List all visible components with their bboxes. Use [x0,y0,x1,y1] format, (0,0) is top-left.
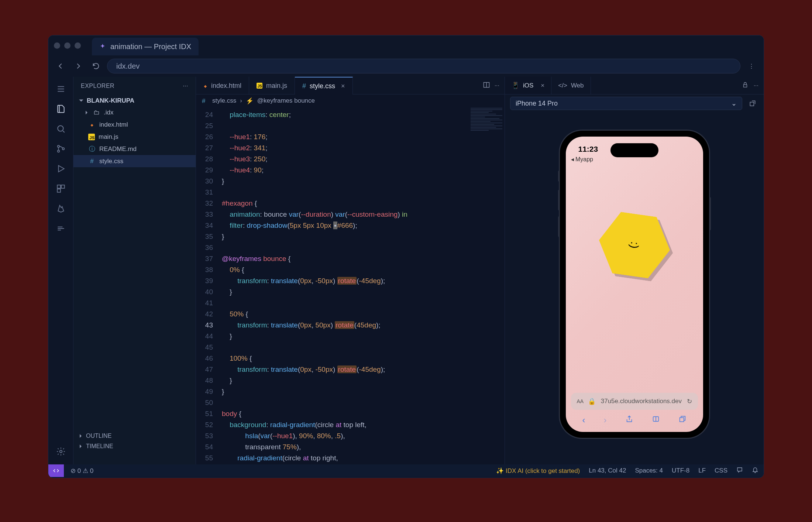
tabs-icon[interactable] [678,415,687,425]
file-label: index.html [99,121,128,128]
sidebar-more-icon[interactable]: ··· [183,83,188,89]
file-index-html[interactable]: ⬥ index.html [73,119,196,131]
editor-area: ⬥ index.html JS main.js # style.css × ··… [196,77,505,464]
traffic-lights[interactable] [54,42,81,49]
phone-icon: 📱 [512,82,519,89]
idx-ai-button[interactable]: ✨ IDX AI (click to get started) [496,467,580,475]
file-style-css[interactable]: # style.css [73,155,196,167]
code-editor[interactable]: 2425262728293031323334353637383940414243… [196,107,505,464]
browser-tab-title: animation — Project IDX [110,42,191,51]
phone-back-label[interactable]: ◂ Myapp [571,156,593,163]
lock-icon: 🔒 [588,398,596,405]
power-button [709,197,711,230]
indentation[interactable]: Spaces: 4 [635,467,663,474]
problems-indicator[interactable]: ⊘ 0 ⚠ 0 [70,467,93,475]
editor-tab-actions: ··· [483,77,505,94]
svg-point-7 [59,450,62,453]
firebase-icon[interactable] [51,199,71,218]
browser-menu-button[interactable]: ⋮ [745,63,758,70]
phone-screen[interactable]: 11:23 ◂ Myapp :) AA 🔒 37u5e.cloudworksta… [566,137,703,432]
encoding[interactable]: UTF-8 [672,467,689,474]
settings-icon[interactable] [51,442,71,461]
close-dot[interactable] [54,42,60,49]
css-icon: # [202,97,209,104]
search-icon[interactable] [51,120,71,138]
breadcrumb-symbol: @keyframes bounce [257,97,315,104]
sidebar-header: EXPLORER ··· [73,77,196,95]
breadcrumb[interactable]: # style.css › ⚡ @keyframes bounce [196,95,505,107]
file-idx-folder[interactable]: 🗀 .idx [73,106,196,119]
svg-point-1 [57,145,59,147]
lock-icon[interactable] [742,82,749,90]
project-name: BLANK-KIRUPA [87,97,134,104]
split-editor-icon[interactable] [483,81,490,90]
tab-label: iOS [523,82,533,89]
remote-indicator[interactable] [48,464,64,477]
bookmarks-icon[interactable] [652,415,660,425]
idx-icon[interactable] [51,219,71,238]
preview-tab-web[interactable]: </> Web [551,77,591,94]
sidebar-title: EXPLORER [81,83,114,89]
forward-button[interactable] [72,59,85,73]
cursor-position[interactable]: Ln 43, Col 42 [589,467,626,474]
status-right: ✨ IDX AI (click to get started) Ln 43, C… [496,467,758,475]
tab-style-css[interactable]: # style.css × [295,77,353,95]
text-size-icon[interactable]: AA [577,398,584,404]
tab-label: index.html [211,82,241,90]
share-icon[interactable] [625,415,633,425]
tab-label: main.js [266,82,287,90]
sidebar: EXPLORER ··· BLANK-KIRUPA 🗀 .idx ⬥ index… [73,77,196,464]
feedback-icon[interactable] [736,467,743,475]
reload-button[interactable] [89,59,103,73]
preview-tab-actions: ··· [742,77,764,94]
back-button[interactable] [54,59,67,73]
preview-tabs: 📱 iOS × </> Web ··· [505,77,764,95]
dynamic-island [610,143,658,157]
status-left: ⊘ 0 ⚠ 0 [54,464,93,477]
minimap[interactable] [468,107,505,181]
tab-index-html[interactable]: ⬥ index.html [196,77,249,95]
outline-section[interactable]: OUTLINE [73,430,117,442]
preview-tab-ios[interactable]: 📱 iOS × [505,77,551,94]
hexagon-container: :) [599,214,670,276]
svg-point-2 [57,150,59,152]
maximize-dot[interactable] [75,42,81,49]
extensions-icon[interactable] [51,179,71,198]
language-mode[interactable]: CSS [715,467,727,474]
minimize-dot[interactable] [64,42,70,49]
workspace: EXPLORER ··· BLANK-KIRUPA 🗀 .idx ⬥ index… [48,77,764,464]
popout-icon[interactable] [747,97,758,109]
info-icon: ⓘ [88,145,96,153]
status-bar: ⊘ 0 ⚠ 0 ✨ IDX AI (click to get started) … [48,464,764,477]
code-content[interactable]: place-items: center; --hue1: 176; --hue2… [218,107,407,464]
file-readme[interactable]: ⓘ README.md [73,143,196,155]
project-folder[interactable]: BLANK-KIRUPA [73,95,196,106]
svg-point-3 [62,148,64,150]
run-debug-icon[interactable] [51,159,71,178]
reload-icon[interactable]: ↻ [687,398,692,405]
close-icon[interactable]: × [341,82,345,90]
forward-icon[interactable]: › [604,415,607,425]
svg-rect-6 [57,189,61,192]
source-control-icon[interactable] [51,140,71,158]
phone-frame: 11:23 ◂ Myapp :) AA 🔒 37u5e.cloudworksta… [560,131,709,438]
js-icon: JS [257,83,262,89]
explorer-icon[interactable] [51,100,71,118]
timeline-label: TIMELINE [86,443,113,450]
browser-tab[interactable]: animation — Project IDX [92,38,199,55]
safari-url-bar[interactable]: AA 🔒 37u5e.cloudworkstations.dev ↻ [571,393,698,410]
bell-icon[interactable] [752,467,758,475]
menu-icon[interactable] [51,80,71,98]
device-select[interactable]: iPhone 14 Pro ⌄ [510,97,742,110]
chevron-icon: › [240,97,242,104]
eol[interactable]: LF [698,467,706,474]
url-input[interactable]: idx.dev [107,59,740,73]
more-icon[interactable]: ··· [495,82,499,89]
file-main-js[interactable]: JS main.js [73,131,196,143]
back-icon[interactable]: ‹ [582,415,585,425]
html-icon: ⬥ [88,121,96,128]
close-icon[interactable]: × [541,82,544,89]
timeline-section[interactable]: TIMELINE [73,441,118,452]
more-icon[interactable]: ··· [754,82,758,89]
tab-main-js[interactable]: JS main.js [249,77,295,95]
